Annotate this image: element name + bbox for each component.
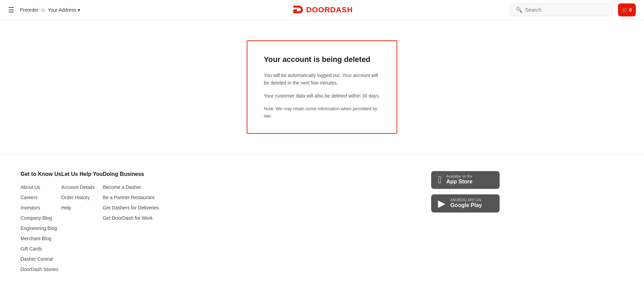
footer-link-merchant-blog[interactable]: Merchant Blog: [21, 236, 51, 241]
app-store-small-text: Available on the: [446, 175, 472, 178]
footer-link-gift-cards[interactable]: Gift Cards: [21, 246, 42, 252]
list-item: Account Details: [61, 184, 103, 190]
doordash-logo-text: DOORDASH: [306, 5, 353, 14]
header-right: 🔍 🛒 0: [510, 3, 636, 16]
footer-link-become-dasher[interactable]: Become a Dasher: [103, 184, 141, 190]
preorder-to: to: [41, 7, 45, 13]
footer-col3-list: Become a Dasher Be a Partner Restaurant …: [103, 184, 159, 221]
preorder-address[interactable]: Your Address ▾: [48, 7, 80, 13]
apple-icon: : [438, 175, 441, 185]
footer: Get to Know Us About Us Careers Investor…: [0, 154, 644, 296]
delete-account-card: Your account is being deleted You will b…: [247, 40, 397, 134]
list-item: About Us: [21, 184, 61, 190]
list-item: Be a Partner Restaurant: [103, 194, 159, 201]
list-item: Gift Cards: [21, 246, 61, 252]
footer-link-careers[interactable]: Careers: [21, 195, 38, 200]
footer-link-dasher-central[interactable]: Dasher Central: [21, 256, 53, 262]
list-item: Dasher Central: [21, 256, 61, 262]
preorder-label: Preorder to Your Address ▾: [20, 7, 80, 13]
footer-col2-list: Account Details Order History Help: [61, 184, 103, 211]
search-input[interactable]: [525, 7, 607, 13]
app-store-big-text: App Store: [446, 178, 472, 185]
footer-link-company-blog[interactable]: Company Blog: [21, 215, 52, 221]
list-item: Careers: [21, 194, 61, 201]
preorder-prefix: Preorder: [20, 7, 38, 13]
footer-link-engineering-blog[interactable]: Engineering Blog: [21, 226, 57, 231]
footer-link-doordash-work[interactable]: Get DoorDash for Work: [103, 215, 153, 221]
footer-inner: Get to Know Us About Us Careers Investor…: [21, 171, 500, 276]
google-play-small-text: ANDROID APP ON: [450, 198, 482, 202]
footer-link-about[interactable]: About Us: [21, 184, 40, 190]
footer-link-doordash-stories[interactable]: DoorDash Stories: [21, 267, 59, 272]
cart-icon: 🛒: [622, 7, 628, 13]
google-play-text: ANDROID APP ON Google Play: [450, 198, 482, 209]
cart-button[interactable]: 🛒 0: [618, 3, 636, 16]
footer-link-order-history[interactable]: Order History: [61, 195, 90, 200]
logo[interactable]: DOORDASH: [291, 5, 353, 15]
footer-col-business: Doing Business Become a Dasher Be a Part…: [103, 171, 159, 276]
header-center: DOORDASH: [291, 5, 353, 15]
app-store-text: Available on the App Store: [446, 175, 472, 185]
google-play-button[interactable]: ▶ ANDROID APP ON Google Play: [431, 194, 500, 213]
footer-link-dashers-deliveries[interactable]: Get Dashers for Deliveries: [103, 205, 159, 210]
footer-link-investors[interactable]: Investors: [21, 205, 40, 210]
delete-card-title: Your account is being deleted: [264, 55, 380, 65]
list-item: DoorDash Stories: [21, 266, 61, 272]
footer-apps:  Available on the App Store ▶ ANDROID A…: [431, 171, 500, 276]
svg-rect-0: [293, 9, 297, 11]
cart-count: 0: [629, 7, 632, 13]
search-box[interactable]: 🔍: [510, 3, 613, 16]
list-item: Company Blog: [21, 215, 61, 221]
footer-col-know-us: Get to Know Us About Us Careers Investor…: [21, 171, 61, 276]
footer-col3-heading: Doing Business: [103, 171, 159, 177]
footer-col2-heading: Let Us Help You: [61, 171, 103, 177]
list-item: Order History: [61, 194, 103, 201]
delete-card-note: Note: We may retain some information whe…: [264, 105, 380, 120]
header: ☰ Preorder to Your Address ▾ DOORDASH 🔍 …: [0, 0, 644, 20]
hamburger-icon[interactable]: ☰: [8, 6, 14, 14]
footer-link-partner-restaurant[interactable]: Be a Partner Restaurant: [103, 195, 154, 200]
footer-col1-heading: Get to Know Us: [21, 171, 61, 177]
list-item: Merchant Blog: [21, 235, 61, 242]
app-store-button[interactable]:  Available on the App Store: [431, 171, 500, 189]
list-item: Get DoorDash for Work: [103, 215, 159, 221]
header-left: ☰ Preorder to Your Address ▾: [8, 6, 80, 14]
footer-link-account-details[interactable]: Account Details: [61, 184, 94, 190]
list-item: Engineering Blog: [21, 225, 61, 231]
footer-spacer: [159, 171, 431, 276]
doordash-logo-icon: [291, 5, 304, 15]
footer-col-help: Let Us Help You Account Details Order Hi…: [61, 171, 103, 276]
search-icon: 🔍: [516, 7, 523, 13]
list-item: Become a Dasher: [103, 184, 159, 190]
list-item: Help: [61, 205, 103, 211]
google-play-big-text: Google Play: [450, 202, 482, 209]
google-play-icon: ▶: [438, 198, 446, 209]
list-item: Get Dashers for Deliveries: [103, 205, 159, 211]
delete-card-paragraph2: Your customer data will also be deleted …: [264, 92, 380, 100]
footer-link-help[interactable]: Help: [61, 205, 71, 210]
main-content: Your account is being deleted You will b…: [0, 20, 644, 154]
list-item: Investors: [21, 205, 61, 211]
delete-card-paragraph1: You will be automatically logged out. Yo…: [264, 72, 380, 87]
footer-col1-list: About Us Careers Investors Company Blog …: [21, 184, 61, 272]
